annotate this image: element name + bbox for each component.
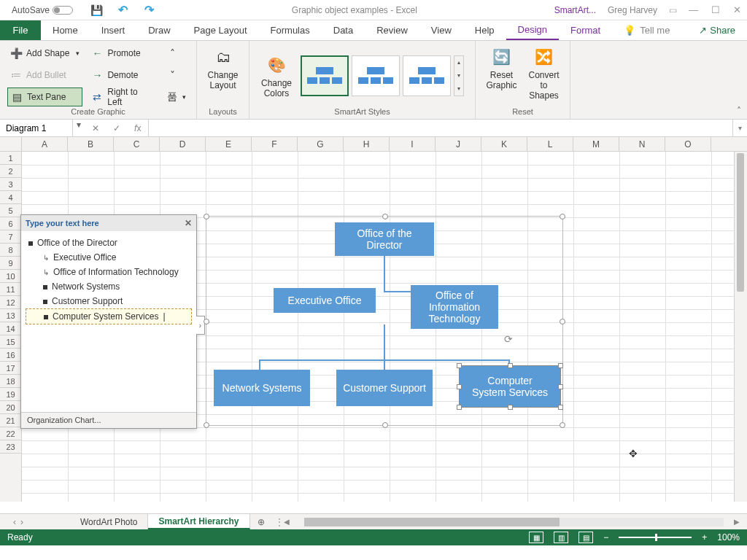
text-pane-item[interactable]: ↳Executive Office — [26, 250, 192, 265]
rotate-handle-icon[interactable]: ⟳ — [504, 333, 513, 345]
undo-icon[interactable]: ↶ — [117, 4, 128, 16]
change-colors-button[interactable]: 🎨 Change Colors — [257, 52, 296, 100]
vertical-scroll-thumb[interactable] — [737, 153, 744, 292]
autosave-switch-icon[interactable] — [53, 6, 73, 15]
row-header[interactable]: 17 — [0, 362, 21, 375]
text-pane-item[interactable]: Network Systems — [26, 279, 192, 294]
text-pane-item[interactable]: Office of the Director — [26, 236, 192, 250]
chevron-left-icon[interactable]: ‹ — [13, 517, 16, 527]
tab-file[interactable]: File — [0, 20, 41, 40]
demote-button[interactable]: → Demote — [88, 66, 158, 85]
row-header[interactable]: 15 — [0, 335, 21, 349]
col-header[interactable]: K — [481, 137, 527, 151]
row-header[interactable]: 5 — [0, 204, 21, 217]
horizontal-scroll-thumb[interactable] — [304, 518, 560, 526]
gallery-more-button[interactable]: ▴▾▾ — [454, 55, 464, 96]
share-button[interactable]: ↗ Share — [699, 20, 747, 40]
col-header[interactable]: J — [436, 137, 481, 151]
vertical-scrollbar[interactable] — [734, 152, 747, 502]
page-break-view-icon[interactable]: ▤ — [578, 532, 593, 543]
row-header[interactable]: 8 — [0, 244, 21, 257]
tab-help[interactable]: Help — [463, 20, 506, 40]
row-header[interactable]: 6 — [0, 217, 21, 230]
row-header[interactable]: 14 — [0, 322, 21, 335]
sheet-tab-smartart[interactable]: SmartArt Hierarchy — [148, 514, 249, 529]
page-layout-view-icon[interactable]: ▥ — [554, 532, 568, 543]
select-all-corner[interactable] — [0, 137, 22, 151]
row-header[interactable]: 2 — [0, 165, 21, 178]
row-header[interactable]: 4 — [0, 191, 21, 204]
add-shape-button[interactable]: ➕ Add Shape ▾ — [7, 44, 82, 63]
col-header[interactable]: C — [114, 137, 160, 151]
layout-dropdown[interactable]: 품▾ — [163, 88, 189, 106]
row-header[interactable]: 12 — [0, 296, 21, 309]
col-header[interactable]: I — [390, 137, 436, 151]
text-pane-item[interactable]: Customer Support — [26, 294, 192, 308]
close-icon[interactable]: ✕ — [733, 4, 741, 15]
text-pane-collapse-handle[interactable]: › — [196, 316, 205, 335]
tell-me-search[interactable]: 💡 Tell me — [624, 20, 699, 40]
tab-review[interactable]: Review — [365, 20, 419, 40]
maximize-icon[interactable]: ☐ — [711, 4, 720, 15]
row-header[interactable]: 13 — [0, 309, 21, 322]
text-pane-item-editing[interactable]: Computer System Services| — [26, 308, 192, 324]
row-header[interactable]: 22 — [0, 427, 21, 440]
style-thumb-2[interactable] — [352, 55, 400, 96]
promote-button[interactable]: ← Promote — [88, 44, 158, 63]
autosave-toggle[interactable]: AutoSave — [12, 5, 73, 15]
smartart-box-cust[interactable]: Customer Support — [336, 370, 433, 406]
smartart-box-net[interactable]: Network Systems — [214, 370, 310, 406]
tab-insert[interactable]: Insert — [90, 20, 137, 40]
formula-input[interactable] — [149, 120, 732, 136]
col-header[interactable]: H — [344, 137, 390, 151]
enter-entry-icon[interactable]: ✓ — [113, 123, 120, 133]
tab-formulas[interactable]: Formulas — [259, 20, 322, 40]
col-header[interactable]: G — [298, 137, 344, 151]
smartart-box-selected[interactable]: Computer System Services — [459, 365, 561, 408]
col-header[interactable]: M — [573, 137, 619, 151]
row-header[interactable]: 3 — [0, 178, 21, 191]
row-header[interactable]: 1 — [0, 152, 21, 165]
row-header[interactable]: 21 — [0, 414, 21, 427]
dropdown-arrow-icon[interactable]: ▾ — [76, 50, 80, 57]
worksheet-grid[interactable]: A B C D E F G H I J K L M N O 1 2 3 4 5 … — [0, 137, 747, 513]
name-box-dropdown[interactable]: ▾ — [73, 120, 85, 136]
row-header[interactable]: 16 — [0, 349, 21, 362]
scroll-right-icon[interactable]: ▶ — [734, 518, 744, 526]
text-pane-item[interactable]: ↳Office of Information Technology — [26, 265, 192, 279]
row-header[interactable]: 20 — [0, 401, 21, 414]
normal-view-icon[interactable]: ▦ — [529, 532, 543, 543]
sheet-nav[interactable]: ‹› — [0, 514, 36, 529]
tab-data[interactable]: Data — [322, 20, 365, 40]
sheet-tab-wordart[interactable]: WordArt Photo — [70, 514, 148, 529]
zoom-level[interactable]: 100% — [717, 532, 740, 542]
col-header[interactable]: L — [527, 137, 573, 151]
fx-icon[interactable]: fx — [134, 123, 141, 133]
row-header[interactable]: 10 — [0, 270, 21, 283]
move-up-button[interactable]: ˄ — [163, 44, 189, 63]
style-thumb-3[interactable] — [403, 55, 451, 96]
row-header[interactable]: 18 — [0, 375, 21, 388]
row-header[interactable]: 19 — [0, 388, 21, 401]
tab-draw[interactable]: Draw — [136, 20, 182, 40]
smartart-box-root[interactable]: Office of the Director — [335, 222, 434, 256]
row-header[interactable]: 11 — [0, 283, 21, 296]
zoom-in-icon[interactable]: + — [702, 532, 707, 542]
horizontal-scrollbar[interactable]: ⋮ ◀ ▶ — [272, 514, 747, 529]
smartart-canvas[interactable]: Office of the Director Executive Office … — [206, 216, 563, 426]
zoom-out-icon[interactable]: − — [603, 532, 608, 542]
tab-design[interactable]: Design — [506, 20, 559, 40]
cancel-entry-icon[interactable]: ✕ — [92, 123, 99, 133]
text-pane-layout-name[interactable]: Organization Chart... — [21, 412, 196, 428]
chevron-right-icon[interactable]: › — [20, 517, 23, 527]
zoom-slider[interactable] — [619, 537, 692, 538]
convert-to-shapes-button[interactable]: 🔀 Convert to Shapes — [525, 44, 564, 102]
minimize-icon[interactable]: — — [689, 4, 698, 15]
col-header[interactable]: O — [665, 137, 711, 151]
row-header[interactable]: 9 — [0, 257, 21, 270]
row-header[interactable]: 7 — [0, 230, 21, 244]
save-icon[interactable]: 💾 — [90, 4, 102, 16]
col-header[interactable]: D — [160, 137, 206, 151]
tab-page-layout[interactable]: Page Layout — [182, 20, 259, 40]
scroll-left-icon[interactable]: ◀ — [284, 518, 294, 526]
